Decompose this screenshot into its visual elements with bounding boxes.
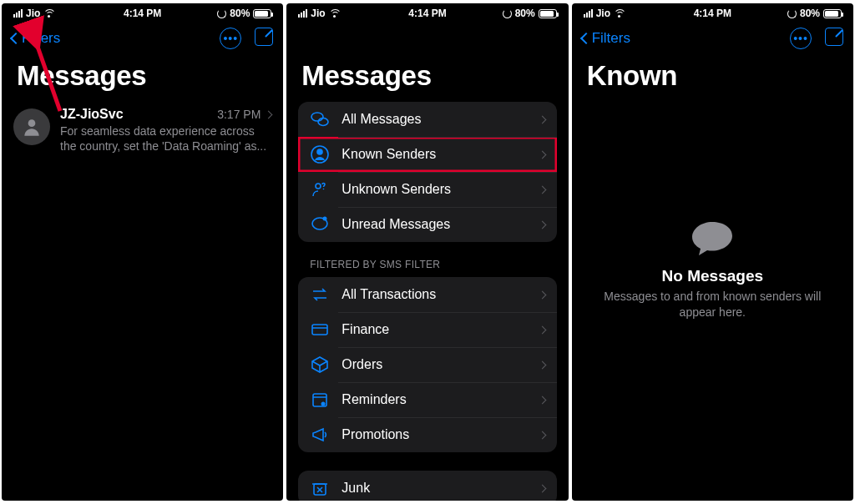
back-label: Filters [592,30,630,47]
person-icon [21,116,43,138]
battery-pct: 80% [800,8,820,19]
nav-bar: Filters ••• [572,23,853,53]
chevron-right-icon [538,431,546,439]
signal-icon [584,9,593,18]
wifi-icon [614,9,625,18]
speech-bubble-icon [691,220,734,257]
filter-row-label: All Messages [341,112,527,127]
nav-bar: Filters ••• [2,23,283,53]
conversation-preview: For seamless data experience across the … [60,123,271,154]
avatar [13,108,50,145]
chevron-left-icon [580,33,592,44]
swap-icon [310,285,330,305]
chevron-right-icon [538,185,546,194]
chevron-right-icon [265,110,273,118]
svg-point-8 [323,189,325,190]
box-icon [310,355,330,375]
wifi-icon [329,9,340,18]
battery-pct: 80% [230,8,250,19]
card-icon [310,320,330,340]
screen-messages-list: Jio 4:14 PM 80% Filters ••• Messages [2,3,283,501]
empty-state: No Messages Messages to and from known s… [572,220,853,320]
trash-icon [310,478,330,498]
filter-group-junk: Junk [298,471,556,501]
svg-point-6 [317,149,322,154]
section-label: FILTERED BY SMS FILTER [286,255,568,277]
back-label: Filters [22,30,60,47]
chevron-right-icon [538,325,546,334]
filter-row-all[interactable]: All Messages [298,102,556,137]
svg-point-3 [311,113,323,121]
page-title: Messages [286,53,568,102]
filter-row-reminders[interactable]: Reminders [298,382,556,417]
sync-icon [217,9,226,18]
chevron-left-icon [10,33,22,44]
megaphone-icon [310,425,330,445]
chevron-right-icon [538,360,546,369]
filter-row-label: Finance [341,322,527,337]
screen-known-senders: Jio 4:14 PM 80% Filters ••• Known [572,3,853,501]
chevron-right-icon [538,484,546,492]
status-bar: Jio 4:14 PM 80% [286,3,568,23]
back-filters-button[interactable]: Filters [582,30,630,47]
person-icon [310,144,330,164]
chevron-right-icon [538,290,546,299]
chevron-right-icon [538,115,546,123]
battery-icon [823,9,842,18]
filter-row-promo[interactable]: Promotions [298,417,556,452]
filter-row-label: Reminders [341,392,527,407]
filter-row-unknown[interactable]: Unknown Senders [298,172,556,207]
conversation-row[interactable]: JZ-JioSvc 3:17 PM For seamless data expe… [2,102,283,159]
page-title: Known [572,53,853,102]
wifi-icon [43,9,54,18]
more-button[interactable]: ••• [220,28,241,49]
battery-icon [539,9,557,18]
filter-row-finance[interactable]: Finance [298,312,556,347]
person-q-icon [310,179,330,199]
filter-row-junk[interactable]: Junk [298,471,556,501]
svg-rect-11 [312,325,327,335]
filter-row-trans[interactable]: All Transactions [298,277,556,312]
chevron-right-icon [538,150,546,159]
compose-button[interactable] [825,28,843,46]
status-bar: Jio 4:14 PM 80% [572,3,853,23]
chevron-right-icon [538,396,546,404]
filter-row-label: Unread Messages [341,217,527,232]
sync-icon [503,9,512,18]
svg-point-10 [323,217,327,221]
filter-row-label: All Transactions [341,287,527,302]
bubble-dot-icon [310,214,330,234]
empty-body: Messages to and from known senders will … [602,289,823,320]
carrier-label: Jio [311,8,325,19]
filter-row-label: Orders [341,357,527,372]
filter-row-label: Promotions [341,427,527,442]
filter-row-label: Junk [341,481,527,496]
filter-row-label: Known Senders [341,147,527,162]
svg-point-16 [321,402,326,406]
battery-icon [253,9,271,18]
filter-group-main: All MessagesKnown SendersUnknown Senders… [298,102,556,242]
bubbles-icon [310,109,330,129]
compose-button[interactable] [255,28,273,46]
calendar-icon [310,390,330,410]
screen-filters: Jio 4:14 PM 80% Messages All MessagesKno… [286,3,568,501]
signal-icon [13,9,23,18]
conversation-time: 3:17 PM [217,108,261,121]
more-button[interactable]: ••• [790,28,812,49]
chevron-right-icon [538,220,546,229]
battery-pct: 80% [515,8,535,19]
status-bar: Jio 4:14 PM 80% [2,3,283,23]
signal-icon [298,9,307,18]
page-title: Messages [2,53,283,102]
conversation-name: JZ-JioSvc [60,107,124,122]
filter-row-label: Unknown Senders [341,182,527,197]
filter-row-unread[interactable]: Unread Messages [298,207,556,242]
carrier-label: Jio [26,8,40,19]
svg-point-7 [316,184,321,189]
svg-point-0 [28,119,36,127]
filter-row-orders[interactable]: Orders [298,347,556,382]
back-filters-button[interactable]: Filters [12,30,60,47]
empty-title: No Messages [602,267,823,285]
filter-row-known[interactable]: Known Senders [298,137,556,172]
sync-icon [787,9,797,18]
